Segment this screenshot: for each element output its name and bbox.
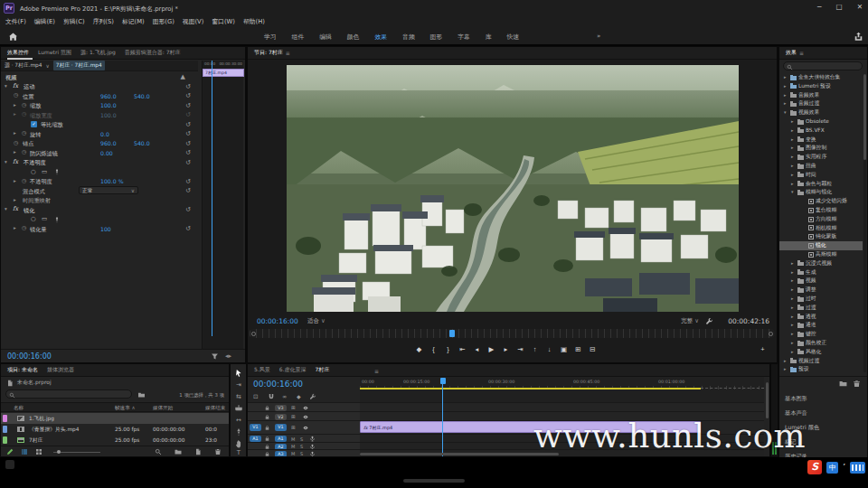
ellipse-mask-icon[interactable]: ○ — [31, 168, 36, 175]
panel-menu-icon[interactable]: ≡ — [286, 50, 290, 56]
effects-tree-item[interactable]: ▸ Obsolete — [779, 117, 863, 127]
list-view-icon[interactable] — [21, 448, 28, 455]
go-to-in-button[interactable]: ⇤ — [456, 343, 469, 356]
program-video[interactable] — [287, 65, 739, 312]
step-forward-button[interactable]: ▸ — [499, 343, 513, 356]
twirl-icon[interactable]: ▸ — [784, 91, 788, 100]
twirl-icon[interactable]: ▾ — [5, 159, 7, 164]
project-row[interactable]: 《青显摆》片头.mp4 25.00 fps 00:00:00:00 00:0 — [1, 424, 229, 435]
track-header-v3[interactable]: V3 ⊞ — [248, 402, 360, 411]
track-header-a3[interactable]: A3 M S — [248, 449, 360, 456]
effects-tree-item[interactable]: 高斯模糊 — [779, 250, 863, 259]
label-color-chip[interactable] — [3, 415, 7, 422]
panel-tab[interactable]: 媒体浏览器 — [47, 366, 74, 374]
twirl-icon[interactable]: ▸ — [791, 162, 796, 171]
reset-icon[interactable]: ↺ — [185, 149, 191, 156]
mark-out-button[interactable]: } — [441, 343, 455, 356]
reset-icon[interactable]: ↺ — [185, 130, 191, 137]
timeline-vertical-scrollbar[interactable] — [766, 382, 769, 418]
panel-tab[interactable]: 项目: 未命名 — [7, 366, 38, 374]
column-media-start[interactable]: 媒体开始 — [153, 403, 173, 412]
twirl-icon[interactable]: ▸ — [791, 286, 796, 295]
twirl-icon[interactable]: ▸ — [14, 178, 16, 183]
sogou-ime-icon[interactable]: S — [807, 460, 822, 474]
twirl-icon[interactable]: ▸ — [791, 295, 796, 304]
eye-icon[interactable] — [302, 405, 309, 411]
ellipse-mask-icon[interactable]: ○ — [31, 215, 36, 222]
twirl-icon[interactable]: ▸ — [784, 365, 788, 374]
effect-group-opacity[interactable]: ▾ fx 不透明度 ↺ — [1, 158, 198, 167]
project-bin-row[interactable]: 未命名.prproj — [1, 377, 229, 388]
scrub-handle-left[interactable] — [251, 332, 256, 336]
zoom-fit-icon[interactable]: ◂▸ — [225, 352, 231, 360]
effects-tree-item[interactable]: ▸ 视频过渡 — [779, 357, 863, 366]
linked-selection-icon[interactable]: ∞ — [282, 393, 287, 400]
workspace-tab[interactable]: 字幕 — [458, 33, 470, 42]
stopwatch-icon[interactable]: ◷ — [22, 224, 26, 230]
effects-tree-item[interactable]: 减少交错闪烁 — [779, 197, 863, 206]
effects-tree-item[interactable]: ▸ 过时 — [779, 295, 863, 304]
twirl-icon[interactable]: ▸ — [791, 180, 796, 189]
collapsed-panel-tab[interactable]: 基本图形 — [779, 392, 867, 405]
go-to-out-button[interactable]: ⇥ — [514, 343, 527, 356]
effect-controls-mini-timeline[interactable]: 00:00 00:00:30:00 7村庄.mp4 — [202, 61, 243, 349]
source-patch-v1[interactable]: V1 — [250, 424, 261, 431]
effects-tree-item[interactable]: ▸ 变换 — [779, 136, 863, 145]
slip-tool[interactable]: ↔ — [234, 416, 243, 425]
column-media-end[interactable]: 媒体结束 — [205, 403, 225, 412]
program-scrubber[interactable] — [250, 329, 775, 338]
value[interactable]: 100.0 — [100, 102, 117, 108]
effects-search-input[interactable] — [783, 61, 863, 70]
twirl-icon[interactable]: ▸ — [791, 259, 796, 268]
mic-icon[interactable] — [309, 451, 316, 457]
rect-mask-icon[interactable]: ▭ — [42, 168, 47, 175]
zoom-slider-handle[interactable] — [57, 450, 61, 454]
new-bin-icon[interactable] — [175, 448, 182, 455]
value[interactable]: 540.0 — [134, 93, 150, 99]
workspace-tab[interactable]: 音频 — [402, 33, 415, 42]
mic-icon[interactable] — [309, 436, 316, 442]
value[interactable]: 0.0 — [100, 131, 109, 137]
effects-tree-item[interactable]: ▸ 过渡 — [779, 304, 863, 313]
reset-icon[interactable]: ↺ — [185, 178, 191, 185]
new-custom-bin-icon[interactable] — [839, 380, 847, 388]
razor-tool[interactable] — [234, 404, 243, 413]
reset-icon[interactable]: ↺ — [185, 121, 191, 128]
extract-button[interactable]: ↓ — [542, 343, 556, 356]
mini-playhead[interactable] — [212, 61, 212, 336]
solo-button[interactable]: S — [300, 436, 303, 442]
track-target-a1[interactable]: A1 — [275, 436, 287, 442]
panel-menu-icon[interactable]: ≡ — [799, 50, 804, 56]
mute-button[interactable]: M — [291, 436, 295, 442]
label-color-chip[interactable] — [3, 436, 7, 444]
pen-mask-icon[interactable] — [53, 168, 61, 175]
workspace-tab[interactable]: 编辑 — [319, 33, 332, 42]
ime-punctuation-icon[interactable]: ’ — [843, 463, 845, 472]
maximize-button[interactable]: □ — [836, 3, 843, 11]
stopwatch-icon[interactable]: ◷ — [14, 139, 18, 145]
effects-tree-item[interactable]: ▸ 音频过渡 — [779, 99, 863, 108]
track-target-v1[interactable]: V1 — [275, 424, 287, 431]
button-editor-button[interactable]: + — [756, 343, 769, 356]
stopwatch-icon[interactable]: ◷ — [22, 129, 26, 136]
effects-tree-item[interactable]: 锐化 — [779, 241, 863, 250]
workspace-tab[interactable]: 学习 — [264, 33, 277, 42]
reset-icon[interactable]: ↺ — [185, 83, 191, 90]
effects-tree-item[interactable]: ▸ 扭曲 — [779, 162, 863, 171]
twirl-icon[interactable]: ▸ — [791, 136, 796, 145]
twirl-icon[interactable]: ▸ — [14, 197, 16, 202]
project-search-input[interactable] — [5, 389, 132, 399]
workspace-tab[interactable]: 组件 — [292, 33, 305, 42]
effects-tree-item[interactable]: ▸ 通道 — [779, 321, 863, 330]
effects-tree-item[interactable]: ▸ 预设 — [779, 365, 863, 374]
mark-in-button[interactable]: { — [427, 343, 440, 356]
reset-icon[interactable]: ↺ — [185, 159, 191, 166]
track-target-v3[interactable]: V3 — [275, 405, 287, 411]
track-header-v2[interactable]: V2 ⊞ — [248, 411, 360, 420]
snap-magnet-icon[interactable] — [268, 393, 275, 400]
stopwatch-icon[interactable]: ◷ — [22, 177, 26, 183]
twirl-icon[interactable]: ▸ — [784, 99, 788, 108]
icon-view-icon[interactable] — [35, 448, 42, 455]
twirl-icon[interactable]: ▸ — [791, 321, 796, 330]
effects-tree-item[interactable]: ▸ 时间 — [779, 171, 863, 180]
